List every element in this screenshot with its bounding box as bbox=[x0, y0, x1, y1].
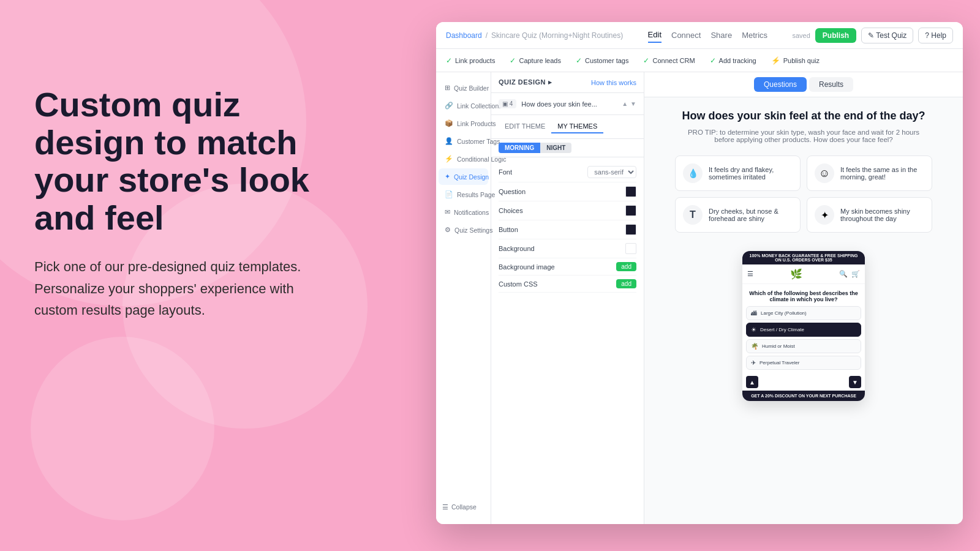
mobile-choice-4[interactable]: ✈ Perpetual Traveler bbox=[746, 356, 861, 370]
preview-tip: PRO TIP: to determine your skin type, wa… bbox=[687, 129, 920, 143]
tab-my-themes[interactable]: MY THEMES bbox=[551, 120, 603, 133]
sidebar-item-conditional-logic[interactable]: ⚡ Conditional Logic bbox=[439, 151, 488, 167]
choices-color-swatch[interactable] bbox=[625, 205, 636, 216]
checklist-connect-crm: ✓ Connect CRM bbox=[643, 56, 695, 65]
results-page-icon: 📄 bbox=[445, 190, 453, 198]
morning-night-toggle: MORNING NIGHT bbox=[491, 139, 644, 157]
conditional-logic-icon: ⚡ bbox=[445, 155, 453, 163]
results-toggle-button[interactable]: Results bbox=[809, 77, 853, 92]
mobile-nav: ☰ 🌿 🔍 🛒 bbox=[742, 264, 865, 284]
font-select[interactable]: sans-serif bbox=[587, 166, 636, 178]
bg-image-add-button[interactable]: add bbox=[616, 262, 636, 271]
choices-label: Choices bbox=[499, 207, 523, 214]
nav-tab-share[interactable]: Share bbox=[710, 28, 732, 42]
design-row-bg-image: Background image add bbox=[499, 258, 636, 276]
nav-tabs: Edit Connect Share Metrics bbox=[648, 28, 767, 43]
center-panel: QUIZ DESIGN ▸ How this works ▣ 4 How doe… bbox=[491, 72, 644, 524]
publish-icon: ⚡ bbox=[771, 56, 780, 65]
quiz-builder-icon: ⊞ bbox=[445, 84, 450, 92]
mobile-question-text: Which of the following best describes th… bbox=[742, 284, 865, 306]
sidebar-item-results-page[interactable]: 📄 Results Page bbox=[439, 186, 488, 203]
design-row-button: Button bbox=[499, 220, 636, 239]
saved-indicator: saved bbox=[792, 32, 810, 39]
nav-tab-metrics[interactable]: Metrics bbox=[742, 28, 767, 42]
nav-tab-connect[interactable]: Connect bbox=[671, 28, 701, 42]
mobile-search-icon: 🔍 bbox=[839, 270, 848, 278]
checklist-customer-tags: ✓ Customer tags bbox=[576, 56, 629, 65]
answer-card-4[interactable]: ✦ My skin becomes shiny throughout the d… bbox=[807, 197, 932, 233]
background-color-swatch[interactable] bbox=[625, 243, 636, 254]
font-label: Font bbox=[499, 168, 512, 176]
question-badge: ▣ 4 bbox=[499, 99, 516, 108]
mobile-hamburger-icon: ☰ bbox=[747, 270, 753, 278]
answer-text-2: It feels the same as in the morning, gre… bbox=[840, 166, 924, 181]
preview-content: How does your skin feel at the end of th… bbox=[644, 97, 963, 524]
sidebar-item-quiz-builder[interactable]: ⊞ Quiz Builder bbox=[439, 80, 488, 96]
checklist-label-tracking: Add tracking bbox=[719, 57, 756, 64]
sidebar-item-link-products[interactable]: 📦 Link Products bbox=[439, 115, 488, 132]
mobile-prev-button[interactable]: ▲ bbox=[746, 376, 758, 388]
custom-css-add-button[interactable]: add bbox=[616, 279, 636, 288]
sidebar-item-quiz-design[interactable]: ✦ Quiz Design bbox=[439, 168, 488, 185]
checklist-label-tags: Customer tags bbox=[585, 57, 629, 64]
breadcrumb-dashboard[interactable]: Dashboard bbox=[446, 31, 482, 40]
questions-toggle-button[interactable]: Questions bbox=[754, 77, 807, 92]
answer-icon-3: T bbox=[683, 205, 703, 225]
how-this-works-link[interactable]: How this works bbox=[591, 79, 636, 86]
custom-css-label: Custom CSS bbox=[499, 280, 538, 288]
mobile-choices: 🏙 Large City (Pollution) ☀ Desert / Dry … bbox=[742, 306, 865, 373]
check-icon-crm: ✓ bbox=[643, 56, 649, 65]
preview-question-title: How does your skin feel at the end of th… bbox=[682, 110, 925, 122]
answer-card-2[interactable]: ☺ It feels the same as in the morning, g… bbox=[807, 156, 932, 191]
mobile-choice-1[interactable]: 🏙 Large City (Pollution) bbox=[746, 306, 861, 320]
mobile-choice-icon-4: ✈ bbox=[751, 359, 756, 366]
nav-tab-edit[interactable]: Edit bbox=[648, 28, 662, 43]
checklist-label-products: Link products bbox=[455, 57, 495, 64]
mobile-with-arrows: 🏙 Large City (Pollution) ☀ Desert / Dry … bbox=[742, 306, 865, 373]
button-label: Button bbox=[499, 226, 518, 233]
mobile-choice-2[interactable]: ☀ Desert / Dry Climate bbox=[746, 323, 861, 337]
question-color-swatch[interactable] bbox=[625, 186, 636, 197]
sidebar-label-link-products: Link Products bbox=[457, 120, 496, 127]
sidebar-item-customer-tags[interactable]: 👤 Customer Tags bbox=[439, 133, 488, 149]
nav-actions: saved Publish ✎ Test Quiz ? Help bbox=[792, 28, 953, 43]
sidebar-item-link-collections[interactable]: 🔗 Link Collections bbox=[439, 97, 488, 114]
design-row-background: Background bbox=[499, 239, 636, 258]
mobile-choice-3[interactable]: 🌴 Humid or Moist bbox=[746, 339, 861, 353]
answer-text-4: My skin becomes shiny throughout the day bbox=[840, 208, 924, 222]
answer-text-1: It feels dry and flakey, sometimes irrit… bbox=[709, 166, 793, 181]
test-quiz-button[interactable]: ✎ Test Quiz bbox=[861, 28, 913, 43]
answer-grid: 💧 It feels dry and flakey, sometimes irr… bbox=[675, 156, 932, 233]
night-button[interactable]: NIGHT bbox=[540, 143, 571, 153]
publish-button[interactable]: Publish bbox=[815, 28, 856, 43]
arrow-up[interactable]: ▲ bbox=[622, 100, 628, 107]
arrow-down[interactable]: ▼ bbox=[630, 100, 636, 107]
design-row-font: Font sans-serif bbox=[499, 162, 636, 182]
sidebar-item-notifications[interactable]: ✉ Notifications bbox=[439, 204, 488, 220]
answer-card-1[interactable]: 💧 It feels dry and flakey, sometimes irr… bbox=[675, 156, 801, 191]
theme-tabs: EDIT THEME MY THEMES bbox=[491, 115, 644, 139]
breadcrumb: Dashboard / Skincare Quiz (Morning+Night… bbox=[446, 31, 623, 40]
morning-button[interactable]: MORNING bbox=[499, 143, 540, 153]
sidebar-collapse-button[interactable]: ☰ Collapse bbox=[436, 497, 491, 517]
design-row-question: Question bbox=[499, 182, 636, 201]
question-text: How does your skin fee... bbox=[521, 100, 622, 108]
button-color-swatch[interactable] bbox=[625, 224, 636, 235]
mobile-choice-label-2: Desert / Dry Climate bbox=[760, 327, 804, 332]
question-item[interactable]: ▣ 4 How does your skin fee... ▲ ▼ bbox=[491, 93, 644, 115]
top-nav: Dashboard / Skincare Quiz (Morning+Night… bbox=[436, 22, 963, 49]
tab-edit-theme[interactable]: EDIT THEME bbox=[499, 120, 551, 133]
question-arrows: ▲ ▼ bbox=[622, 100, 636, 107]
help-button[interactable]: ? Help bbox=[918, 28, 953, 43]
answer-card-3[interactable]: T Dry cheeks, but nose & forehead are sh… bbox=[675, 197, 801, 233]
check-icon-leads: ✓ bbox=[510, 56, 516, 65]
sidebar-item-quiz-settings[interactable]: ⚙ Quiz Settings bbox=[439, 222, 488, 238]
mobile-next-button[interactable]: ▼ bbox=[849, 376, 861, 388]
question-label: Question bbox=[499, 188, 526, 195]
checklist-link-products: ✓ Link products bbox=[446, 56, 495, 65]
link-products-icon: 📦 bbox=[445, 119, 453, 127]
mobile-choice-label-1: Large City (Pollution) bbox=[761, 310, 807, 316]
notifications-icon: ✉ bbox=[445, 208, 450, 216]
mobile-preview: 100% MONEY BACK GUARANTEE & FREE SHIPPIN… bbox=[742, 251, 865, 401]
sidebar-label-quiz-design: Quiz Design bbox=[454, 173, 489, 181]
